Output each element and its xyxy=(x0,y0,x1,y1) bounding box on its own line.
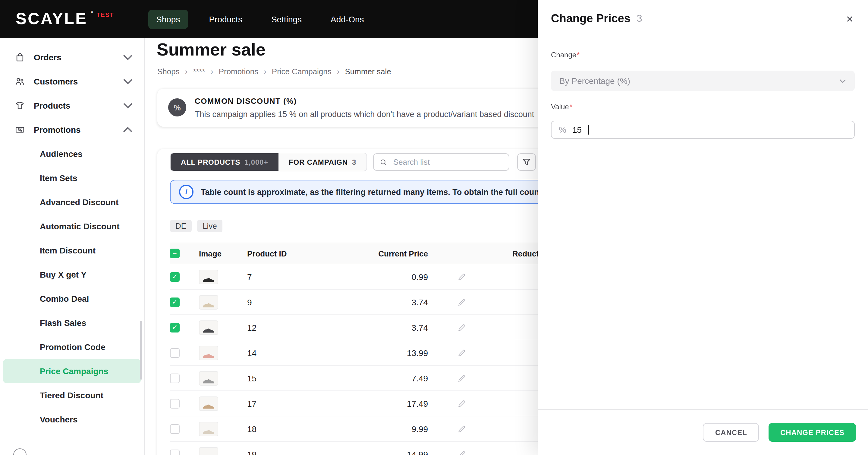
table-tabs: ALL PRODUCTS 1,000+ FOR CAMPAIGN 3 xyxy=(170,153,367,171)
help-icon[interactable] xyxy=(13,448,27,455)
product-image xyxy=(199,396,218,410)
sidebar-item-promotions[interactable]: Promotions xyxy=(0,118,144,142)
products-icon xyxy=(14,100,25,111)
topnav-products[interactable]: Products xyxy=(201,9,250,29)
sidebar-item-flash-sales[interactable]: Flash Sales xyxy=(0,311,144,335)
tab-label: ALL PRODUCTS xyxy=(181,158,240,166)
sidebar-item-promotion-code[interactable]: Promotion Code xyxy=(0,335,144,359)
percent-icon: % xyxy=(559,125,566,135)
shoe-thumbnail-icon xyxy=(201,325,216,334)
edit-price-icon[interactable] xyxy=(430,323,493,332)
product-id: 7 xyxy=(247,272,377,282)
logo-mark-icon: ° xyxy=(90,10,93,18)
chip-country[interactable]: DE xyxy=(170,220,192,232)
sidebar-scrollbar[interactable] xyxy=(140,321,142,379)
brand-logo[interactable]: SCAYLE ° TEST xyxy=(0,11,145,27)
edit-price-icon[interactable] xyxy=(430,450,493,455)
row-checkbox[interactable] xyxy=(170,449,180,455)
table-row: 14 13.99 xyxy=(170,340,592,366)
sidebar-item-customers[interactable]: Customers xyxy=(0,69,144,93)
breadcrumb: Shops › **** › Promotions › Price Campai… xyxy=(157,66,603,76)
change-prices-panel: Change Prices 3 ✕ Change* By Percentage … xyxy=(538,0,868,455)
chevron-down-icon xyxy=(122,52,133,63)
value-label-text: Value xyxy=(551,103,569,111)
env-badge: TEST xyxy=(97,11,114,18)
table-row: ✓ 7 0.99 xyxy=(170,264,592,290)
row-checkbox[interactable] xyxy=(170,373,180,383)
change-type-select[interactable]: By Percentage (%) xyxy=(551,70,855,91)
panel-header: Change Prices 3 ✕ xyxy=(538,0,868,34)
tab-all-products[interactable]: ALL PRODUCTS 1,000+ xyxy=(170,153,278,171)
sidebar-item-products[interactable]: Products xyxy=(0,93,144,118)
search-input[interactable] xyxy=(392,157,503,167)
change-prices-button[interactable]: CHANGE PRICES xyxy=(769,423,856,442)
edit-price-icon[interactable] xyxy=(430,348,493,357)
row-checkbox[interactable] xyxy=(170,399,180,408)
tab-for-campaign[interactable]: FOR CAMPAIGN 3 xyxy=(278,153,367,171)
text-caret xyxy=(588,125,589,135)
change-label-text: Change xyxy=(551,51,576,59)
sidebar-item-item-sets[interactable]: Item Sets xyxy=(0,166,144,190)
discount-icon: % xyxy=(168,98,186,116)
product-image xyxy=(199,422,218,436)
row-checkbox[interactable] xyxy=(170,348,180,358)
change-type-value: By Percentage (%) xyxy=(559,76,630,86)
row-checkbox[interactable]: ✓ xyxy=(170,272,180,282)
sidebar-item-audiences[interactable]: Audiences xyxy=(0,142,144,166)
sidebar-item-orders[interactable]: Orders xyxy=(0,45,144,69)
sidebar-item-automatic-discount[interactable]: Automatic Discount xyxy=(0,214,144,238)
sidebar-item-item-discount[interactable]: Item Discount xyxy=(0,238,144,262)
table-count-banner: i Table count is approximate, as the fil… xyxy=(170,180,568,204)
breadcrumb-separator-icon: › xyxy=(264,67,267,76)
search-icon xyxy=(380,158,387,166)
row-checkbox[interactable] xyxy=(170,424,180,433)
edit-price-icon[interactable] xyxy=(430,273,493,281)
edit-price-icon[interactable] xyxy=(430,374,493,382)
close-icon[interactable]: ✕ xyxy=(846,14,854,23)
info-icon: i xyxy=(179,184,193,199)
product-id: 19 xyxy=(247,449,377,455)
table-row: 18 9.99 xyxy=(170,416,592,442)
row-checkbox[interactable]: ✓ xyxy=(170,297,180,307)
current-price: 0.99 xyxy=(377,272,430,282)
sidebar-item-combo-deal[interactable]: Combo Deal xyxy=(0,287,144,311)
topnav-shops[interactable]: Shops xyxy=(148,9,188,29)
select-all-checkbox[interactable]: − xyxy=(170,249,180,258)
breadcrumb-shop-name[interactable]: **** xyxy=(193,67,205,76)
cancel-button[interactable]: CANCEL xyxy=(703,423,759,442)
breadcrumb-shops[interactable]: Shops xyxy=(157,67,180,76)
product-id: 17 xyxy=(247,399,377,408)
sidebar-item-price-campaigns[interactable]: Price Campaigns xyxy=(3,359,141,383)
product-image xyxy=(199,371,218,385)
current-price: 3.74 xyxy=(377,297,430,307)
value-input[interactable]: % 15 xyxy=(551,121,855,139)
topnav-settings[interactable]: Settings xyxy=(264,9,310,29)
filter-icon xyxy=(522,158,531,167)
sidebar-item-advanced-discount[interactable]: Advanced Discount xyxy=(0,190,144,214)
sidebar-item-buy-x-get-y[interactable]: Buy X get Y xyxy=(0,262,144,287)
shoe-thumbnail-icon xyxy=(201,300,216,309)
shoe-thumbnail-icon xyxy=(201,275,216,283)
main-content: Summer sale Shops › **** › Promotions › … xyxy=(145,38,603,455)
row-checkbox[interactable]: ✓ xyxy=(170,322,180,332)
banner-text: Table count is approximate, as the filte… xyxy=(201,188,559,196)
chip-live[interactable]: Live xyxy=(197,220,222,232)
shoe-thumbnail-icon xyxy=(201,452,216,455)
edit-price-icon[interactable] xyxy=(430,298,493,306)
breadcrumb-price-campaigns[interactable]: Price Campaigns xyxy=(272,67,332,76)
edit-price-icon[interactable] xyxy=(430,399,493,408)
tab-count: 3 xyxy=(352,158,356,166)
sidebar-item-vouchers[interactable]: Vouchers xyxy=(0,407,144,431)
product-id: 15 xyxy=(247,373,377,383)
edit-price-icon[interactable] xyxy=(430,425,493,433)
breadcrumb-promotions[interactable]: Promotions xyxy=(219,67,258,76)
sidebar-item-tiered-discount[interactable]: Tiered Discount xyxy=(0,383,144,407)
filter-button[interactable] xyxy=(517,153,536,171)
topnav-addons[interactable]: Add-Ons xyxy=(323,9,372,29)
product-image xyxy=(199,447,218,455)
context-chips: DE Live xyxy=(170,220,587,232)
required-mark: * xyxy=(577,51,580,59)
sidebar-item-label: Orders xyxy=(34,53,61,62)
shoe-thumbnail-icon xyxy=(201,351,216,359)
sidebar-item-label: Customers xyxy=(34,77,78,86)
